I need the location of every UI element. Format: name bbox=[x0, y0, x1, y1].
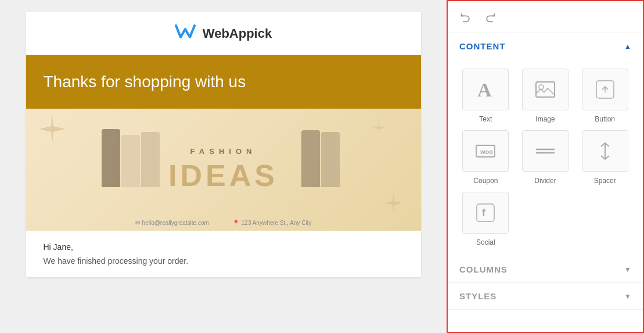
svg-text:A: A bbox=[477, 79, 492, 100]
styles-section-header[interactable]: STYLES ▼ bbox=[448, 283, 643, 310]
fashion-bg: FASHION IDEAS ✉ hello@reallygreatsite.co… bbox=[26, 109, 421, 231]
content-item-box-text: A bbox=[462, 69, 509, 110]
content-item-label-image: Image bbox=[535, 115, 555, 123]
styles-section-title: STYLES bbox=[459, 291, 497, 301]
greeting-text: Hi Jane, bbox=[44, 242, 404, 252]
content-item-label-button: Button bbox=[595, 115, 615, 123]
panel-toolbar bbox=[448, 1, 643, 33]
content-section-arrow: ▲ bbox=[624, 42, 631, 51]
email-icon: ✉ bbox=[135, 220, 140, 226]
columns-section-arrow: ▼ bbox=[624, 266, 631, 274]
svg-text:f: f bbox=[482, 207, 486, 219]
content-item-box-divider bbox=[522, 130, 569, 172]
content-item-label-divider: Divider bbox=[534, 177, 556, 185]
content-item-box-button bbox=[582, 69, 628, 110]
contact-address-text: 123 Anywhere St., Any City bbox=[242, 220, 312, 226]
content-item-label-text: Text bbox=[479, 115, 492, 123]
fashion-contact-row: ✉ hello@reallygreatsite.com 📍 123 Anywhe… bbox=[135, 220, 312, 226]
content-item-box-spacer bbox=[582, 130, 628, 172]
undo-button[interactable] bbox=[457, 8, 474, 26]
styles-section-arrow: ▼ bbox=[624, 292, 631, 300]
content-item-button[interactable]: Button bbox=[578, 69, 631, 123]
svg-text:woo: woo bbox=[480, 148, 493, 155]
svg-point-5 bbox=[539, 85, 544, 89]
svg-marker-2 bbox=[372, 120, 385, 135]
svg-marker-0 bbox=[39, 114, 65, 144]
logo-wrapper: WebAppick bbox=[175, 23, 272, 44]
right-panel: CONTENT ▲ A Text bbox=[447, 0, 644, 333]
content-item-box-image bbox=[522, 69, 569, 110]
svg-marker-1 bbox=[384, 193, 402, 213]
fashion-ideas: IDEAS bbox=[168, 158, 278, 193]
hero-title: Thanks for shopping with us bbox=[44, 73, 404, 91]
content-item-social[interactable]: f Social bbox=[459, 192, 512, 246]
fashion-contact-address: 📍 123 Anywhere St., Any City bbox=[232, 220, 312, 226]
preview-area: WebAppick Thanks for shopping with us FA… bbox=[0, 0, 447, 333]
content-item-image[interactable]: Image bbox=[519, 69, 572, 123]
logo-text: WebAppick bbox=[203, 26, 272, 41]
contact-email-text: hello@reallygreatsite.com bbox=[142, 220, 209, 226]
body-text: We have finished processing your order. bbox=[44, 256, 404, 266]
content-item-text[interactable]: A Text bbox=[459, 69, 512, 123]
content-item-label-spacer: Spacer bbox=[594, 177, 616, 185]
content-item-divider[interactable]: Divider bbox=[519, 130, 572, 185]
content-item-label-coupon: Coupon bbox=[473, 177, 498, 185]
columns-section-title: COLUMNS bbox=[459, 264, 508, 274]
email-body: Hi Jane, We have finished processing you… bbox=[26, 231, 421, 277]
fashion-label: FASHION bbox=[190, 147, 257, 156]
content-item-box-coupon: woo bbox=[462, 130, 509, 172]
content-grid: A Text Image bbox=[448, 59, 643, 256]
email-header: WebAppick bbox=[26, 12, 421, 55]
email-container: WebAppick Thanks for shopping with us FA… bbox=[26, 12, 421, 277]
redo-button[interactable] bbox=[481, 8, 499, 26]
content-item-spacer[interactable]: Spacer bbox=[578, 130, 631, 185]
content-item-label-social: Social bbox=[476, 238, 495, 246]
content-section-header[interactable]: CONTENT ▲ bbox=[448, 33, 643, 59]
content-item-box-social: f bbox=[462, 192, 509, 234]
logo-icon bbox=[175, 23, 198, 44]
fashion-image: FASHION IDEAS ✉ hello@reallygreatsite.co… bbox=[26, 109, 421, 231]
columns-section-header[interactable]: COLUMNS ▼ bbox=[448, 256, 643, 283]
svg-rect-12 bbox=[477, 204, 494, 221]
content-section-title: CONTENT bbox=[459, 41, 506, 51]
content-item-coupon[interactable]: woo Coupon bbox=[459, 130, 512, 185]
fashion-contact-email: ✉ hello@reallygreatsite.com bbox=[135, 220, 209, 226]
location-icon: 📍 bbox=[232, 220, 239, 226]
panel-content: CONTENT ▲ A Text bbox=[448, 33, 643, 332]
hero-banner: Thanks for shopping with us bbox=[26, 55, 421, 109]
svg-rect-4 bbox=[536, 82, 555, 97]
